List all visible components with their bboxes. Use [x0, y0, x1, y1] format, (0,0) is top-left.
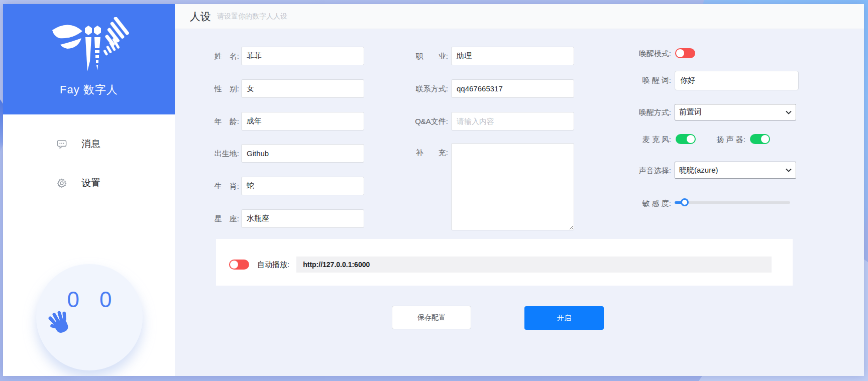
autoplay-row: 自动播放:: [229, 257, 772, 273]
voice-select-value: 晓晓(azure): [679, 166, 786, 175]
dragonfly-logo-icon: [41, 17, 137, 81]
gender-input[interactable]: [241, 79, 364, 98]
sidebar-item-messages[interactable]: 消息: [3, 124, 175, 164]
sensitivity-slider[interactable]: [675, 198, 790, 206]
slider-track[interactable]: [675, 201, 790, 204]
occupation-input[interactable]: [451, 47, 574, 65]
autoplay-label: 自动播放:: [257, 260, 289, 270]
supplement-label: 补 充:: [388, 148, 448, 158]
brand-name: Fay 数字人: [60, 82, 118, 97]
qa-file-label: Q&A文件:: [388, 117, 448, 126]
age-label: 年 龄:: [196, 117, 239, 126]
constellation-input[interactable]: [241, 209, 364, 228]
wake-mode-toggle[interactable]: [675, 48, 695, 58]
chevron-down-icon: [786, 110, 792, 114]
counter-values: 0 0: [36, 287, 143, 312]
occupation-label: 职 业:: [388, 52, 448, 61]
counter-right: 0: [99, 287, 119, 312]
chat-bubble-icon: [56, 139, 67, 150]
page-header: 人设 请设置你的数字人人设: [175, 4, 864, 29]
gear-icon: [56, 178, 67, 189]
wake-word-input[interactable]: [675, 71, 799, 90]
chevron-down-icon: [786, 168, 792, 172]
gender-label: 性 别:: [196, 84, 239, 94]
name-input[interactable]: [241, 47, 364, 65]
slider-knob[interactable]: [681, 198, 689, 206]
birthplace-label: 出生地:: [196, 149, 239, 159]
main-panel: 人设 请设置你的数字人人设 姓 名: 性 别: 年 龄: 出生地: 生 肖: 星…: [175, 4, 864, 376]
save-config-button[interactable]: 保存配置: [392, 306, 471, 329]
constellation-label: 星 座:: [196, 214, 239, 224]
wake-method-select[interactable]: 前置词: [675, 104, 796, 120]
voice-select-label: 声音选择:: [606, 166, 671, 176]
autoplay-panel: 自动播放:: [216, 239, 793, 286]
age-input[interactable]: [241, 112, 364, 131]
wake-mode-label: 唤醒模式:: [606, 49, 671, 59]
birthplace-input[interactable]: [241, 144, 364, 163]
sidebar-item-label: 设置: [81, 177, 100, 190]
zodiac-animal-label: 生 肖:: [196, 182, 239, 191]
autoplay-url-input[interactable]: [296, 257, 772, 273]
sensitivity-label: 敏 感 度:: [606, 199, 671, 208]
page-subtitle: 请设置你的数字人人设: [217, 12, 287, 21]
app-window: Fay 数字人 消息: [3, 4, 864, 376]
supplement-textarea[interactable]: [451, 143, 574, 230]
start-button[interactable]: 开启: [524, 306, 604, 330]
counter-left: 0: [67, 287, 86, 312]
name-label: 姓 名:: [196, 52, 239, 61]
waving-hand-icon: [47, 309, 75, 337]
persona-form: 姓 名: 性 别: 年 龄: 出生地: 生 肖: 星 座: 职 业: 联系方式:…: [175, 29, 864, 376]
speaker-toggle[interactable]: [750, 134, 770, 144]
page-title: 人设: [190, 10, 211, 24]
brand-header: Fay 数字人: [3, 4, 175, 114]
autoplay-toggle[interactable]: [229, 260, 249, 270]
sidebar-item-label: 消息: [81, 138, 100, 151]
sidebar-item-settings[interactable]: 设置: [3, 164, 175, 203]
qa-file-input[interactable]: [451, 112, 574, 131]
wake-method-label: 唤醒方式:: [606, 108, 671, 117]
zodiac-animal-input[interactable]: [241, 177, 364, 195]
contact-input[interactable]: [451, 79, 574, 98]
contact-label: 联系方式:: [388, 84, 448, 94]
microphone-toggle[interactable]: [676, 134, 696, 144]
sidebar-menu: 消息 设置: [3, 124, 175, 203]
speaker-label: 扬 声 器:: [705, 135, 745, 145]
voice-select[interactable]: 晓晓(azure): [675, 162, 796, 179]
interaction-status-circle: 0 0: [36, 264, 143, 370]
microphone-label: 麦 克 风:: [606, 135, 671, 145]
wake-method-value: 前置词: [679, 107, 786, 117]
sidebar: Fay 数字人 消息: [3, 4, 175, 376]
wake-word-label: 唤 醒 词:: [606, 76, 671, 85]
